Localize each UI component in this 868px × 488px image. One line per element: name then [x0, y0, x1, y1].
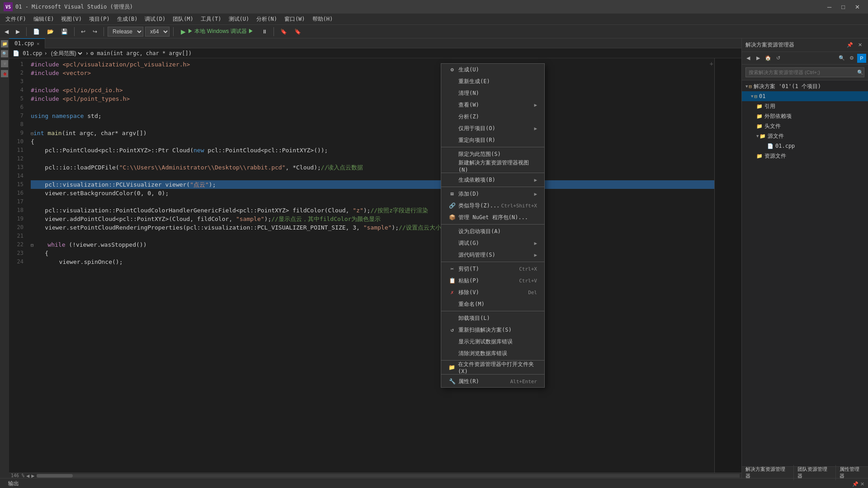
toolbar-bookmark2[interactable]: 🔖	[292, 28, 304, 36]
ctx-similar[interactable]: 🔗类似导导(Z)... Ctrl+Shift+X	[441, 200, 544, 211]
toolbar-undo[interactable]: ↩	[78, 28, 88, 36]
sol-pin-btn[interactable]: 📌	[845, 41, 854, 50]
sol-fwd-btn[interactable]: ▶	[754, 54, 763, 63]
file-icon: 📄	[767, 143, 774, 149]
activity-git[interactable]: ⑂	[1, 60, 8, 67]
tab-properties[interactable]: 属性管理器	[836, 465, 868, 480]
ctx-rebuild[interactable]: 重新生成(E)	[441, 75, 544, 87]
toolbar-bookmark[interactable]: 🔖	[278, 28, 290, 36]
activity-search[interactable]: 🔍	[1, 50, 8, 57]
ctx-clean[interactable]: 清理(N)	[441, 87, 544, 99]
title-bar: VS 01 - Microsoft Visual Studio (管理员) ─ …	[0, 0, 868, 14]
maximize-btn[interactable]: □	[837, 4, 849, 10]
sol-filter-btn[interactable]: 🔍	[837, 54, 846, 63]
menu-debug[interactable]: 调试(D)	[141, 14, 169, 24]
tree-external-deps[interactable]: 📁 外部依赖项	[742, 111, 868, 121]
ctx-scope[interactable]: 限定为此范围(S)	[441, 148, 544, 160]
close-btn[interactable]: ✕	[850, 4, 864, 10]
toolbar-forward[interactable]: ▶	[13, 28, 23, 36]
sol-refresh-btn[interactable]: ↺	[774, 54, 783, 63]
menu-file[interactable]: 文件(F)	[2, 14, 30, 24]
ctx-project-only[interactable]: 仅用于项目(O) ▶	[441, 122, 544, 134]
tree-resource-files[interactable]: 📁 资源文件	[742, 151, 868, 161]
code-line-7: using namespace std;	[31, 112, 714, 120]
sol-home-btn[interactable]: 🏠	[764, 54, 773, 63]
code-line-18: pcl::visualization::PointCloudColorHandl…	[31, 206, 714, 215]
menu-build[interactable]: 生成(B)	[113, 14, 142, 24]
ctx-show-db-errors[interactable]: 显示元测试数据库错误	[441, 336, 544, 347]
menu-analyze[interactable]: 分析(N)	[253, 14, 281, 24]
ctx-view[interactable]: 查看(W) ▶	[441, 99, 544, 111]
toolbar-back[interactable]: ◀	[2, 28, 11, 36]
tree-01cpp[interactable]: 📄 01.cpp	[742, 141, 868, 151]
add-line-btn[interactable]: +	[710, 60, 713, 67]
menu-help[interactable]: 帮助(H)	[309, 14, 337, 24]
scope-dropdown[interactable]: (全局范围)	[49, 50, 84, 57]
code-container[interactable]: + 1 2 3 4 5 6 7 8 9 10 11 12 13 14 15 16…	[9, 58, 741, 473]
code-line-12	[31, 155, 714, 163]
toolbar-redo[interactable]: ↪	[90, 28, 100, 36]
ctx-clear-db-errors[interactable]: 清除浏览数据库错误	[441, 347, 544, 359]
ctx-new-view[interactable]: 新建解决方案资源管理器视图(N)	[441, 160, 544, 172]
toolbar-pause[interactable]: ⏸	[259, 28, 270, 36]
ctx-set-startup[interactable]: 设为启动项目(A)	[441, 225, 544, 237]
run-label: ▶ 本地 Windows 调试器 ▶	[188, 28, 254, 35]
tree-source-files[interactable]: ▼ 📁 源文件	[742, 131, 868, 141]
menu-test[interactable]: 测试(U)	[225, 14, 253, 24]
tab-team-explorer[interactable]: 团队资源管理器	[794, 465, 836, 480]
ctx-build[interactable]: ⚙生成(U)	[441, 64, 544, 75]
ctx-rename[interactable]: 重命名(M)	[441, 298, 544, 310]
sol-close-btn[interactable]: ✕	[855, 41, 864, 50]
menu-tools[interactable]: 工具(T)	[197, 14, 225, 24]
toolbar-new[interactable]: 📄	[30, 28, 42, 36]
code-line-4: #include <pcl/io/pcd_io.h>	[31, 86, 714, 94]
config-dropdown[interactable]: Release Debug	[108, 27, 143, 37]
ctx-cut[interactable]: ✂剪切(T) Ctrl+X	[441, 263, 544, 275]
menu-window[interactable]: 窗口(W)	[281, 14, 309, 24]
menu-project[interactable]: 项目(P)	[85, 14, 113, 24]
ctx-add[interactable]: ⊞添加(D) ▶	[441, 188, 544, 200]
ctx-unload[interactable]: 卸载项目(L)	[441, 312, 544, 324]
ctx-source-control[interactable]: 源代码管理(S) ▶	[441, 249, 544, 261]
search-solution-input[interactable]	[745, 67, 864, 77]
ctx-properties[interactable]: 🔧属性(R) Alt+Enter	[441, 375, 544, 387]
toolbar-save[interactable]: 💾	[58, 28, 71, 36]
tree-project-01[interactable]: ▼ ⊟ 01	[742, 91, 868, 101]
ctx-remove[interactable]: ✗移除(V) Del	[441, 286, 544, 298]
ctx-open-folder[interactable]: 📁在文件资源管理器中打开文件夹(X)	[441, 361, 544, 373]
tree-solution[interactable]: ▼ ⊟ 解决方案 '01'(1 个项目)	[742, 81, 868, 91]
tab-output[interactable]: 输出	[4, 479, 24, 488]
h-scrollbar[interactable]: 146 % ◀ ▶	[9, 473, 741, 478]
editor-tab-01cpp[interactable]: 01.cpp ✕	[9, 38, 45, 48]
bottom-pin-btn[interactable]: 📌	[852, 481, 859, 487]
activity-explorer[interactable]: 📁	[1, 40, 8, 47]
tab-close[interactable]: ✕	[37, 41, 39, 46]
menu-edit[interactable]: 编辑(E)	[30, 14, 58, 24]
activity-bar: 📁 🔍 ⑂ 🐞	[0, 38, 9, 478]
code-editor[interactable]: #include <pcl/visualization/pcl_visualiz…	[27, 58, 714, 473]
sol-settings-btn[interactable]: ⚙	[847, 54, 856, 63]
run-button[interactable]: ▶ ▶ 本地 Windows 调试器 ▶	[177, 27, 257, 36]
sol-preview-btn[interactable]: P	[857, 54, 866, 63]
ctx-build-deps[interactable]: 生成依赖项(B) ▶	[441, 174, 544, 186]
activity-debug[interactable]: 🐞	[1, 70, 8, 77]
tab-solution-explorer[interactable]: 解决方案资源管理器	[742, 465, 794, 480]
menu-view[interactable]: 视图(V)	[57, 14, 85, 24]
platform-dropdown[interactable]: x64 x86	[145, 27, 170, 37]
scroll-thumb[interactable]	[37, 474, 73, 478]
minimize-btn[interactable]: ─	[823, 4, 836, 10]
scroll-track[interactable]	[37, 474, 740, 478]
ctx-paste[interactable]: 📋粘贴(P) Ctrl+V	[441, 275, 544, 286]
menu-team[interactable]: 团队(M)	[169, 14, 197, 24]
tree-headers[interactable]: 📁 头文件	[742, 121, 868, 131]
bottom-close-btn[interactable]: ✕	[860, 481, 864, 487]
sol-back-btn[interactable]: ◀	[744, 54, 753, 63]
ctx-retarget[interactable]: 重定向项目(R)	[441, 134, 544, 146]
toolbar-open[interactable]: 📂	[44, 28, 57, 36]
ctx-nuget[interactable]: 📦管理 NuGet 程序包(N)...	[441, 211, 544, 223]
ctx-debug[interactable]: 调试(G) ▶	[441, 237, 544, 249]
tree-references[interactable]: 📁 引用	[742, 101, 868, 111]
ctx-analyze[interactable]: 分析(Z)	[441, 111, 544, 122]
ctx-sep5	[441, 262, 544, 262]
ctx-rescan[interactable]: ↺重新扫描解决方案(S)	[441, 324, 544, 336]
